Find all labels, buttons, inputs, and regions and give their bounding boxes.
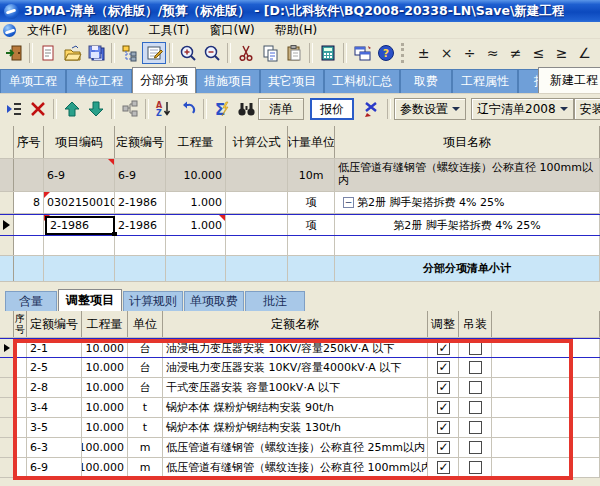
cell-qty[interactable] xyxy=(166,236,226,255)
cell-qty[interactable]: 10.000 xyxy=(82,358,128,377)
cell-name[interactable]: 第2册 脚手架搭拆费 4% 25% xyxy=(335,192,600,213)
cell-seq[interactable] xyxy=(14,236,44,255)
table-row[interactable]: 3-4 10.000 t 锅炉本体 煤粉炉钢结构安装 90t/h xyxy=(0,398,600,418)
adjust-checkbox[interactable] xyxy=(437,361,450,374)
cell-seq[interactable] xyxy=(14,339,27,357)
adjust-checkbox[interactable] xyxy=(437,342,450,355)
cell-qty[interactable]: 100.000 xyxy=(82,438,128,457)
cell-name[interactable]: 低压管道有缝钢管（螺纹连接）公称直径 100mm以内 xyxy=(335,159,600,191)
cell-unit[interactable]: t xyxy=(128,418,163,437)
cell-code[interactable]: 3-4 xyxy=(27,398,82,417)
zoom-in-button[interactable] xyxy=(176,42,200,64)
menu-view[interactable]: 视图(V) xyxy=(78,21,138,40)
tab-danxiang-gongcheng[interactable]: 单项工程 xyxy=(0,69,66,93)
cell-seq[interactable] xyxy=(14,418,27,437)
hoist-checkbox[interactable] xyxy=(469,441,482,454)
cascade-windows-button[interactable] xyxy=(350,42,374,64)
cell-qty[interactable]: 10.000 xyxy=(82,398,128,417)
cell-unit[interactable]: 台 xyxy=(128,339,163,357)
cell-seq[interactable]: 8 xyxy=(14,192,44,213)
new-button[interactable] xyxy=(36,42,60,64)
cell-adjust[interactable] xyxy=(428,438,459,457)
cell-formula[interactable] xyxy=(226,159,288,191)
header-seq[interactable]: 序号 xyxy=(14,311,27,337)
cell-name[interactable]: 油浸电力变压器安装 10KV/容量4000kV·A 以下 xyxy=(163,358,428,377)
table-row[interactable]: 2-5 10.000 台 油浸电力变压器安装 10KV/容量4000kV·A 以… xyxy=(0,358,600,378)
sum-button[interactable]: Σ xyxy=(210,98,234,120)
math-notequal-button[interactable]: ≠ xyxy=(504,42,527,64)
cell-seq[interactable] xyxy=(14,398,27,417)
tab-danxiang-qufei[interactable]: 单项取费 xyxy=(184,291,244,311)
cell-qty[interactable]: 1.000 xyxy=(166,215,226,235)
delete-row-button[interactable] xyxy=(26,98,50,120)
tab-cuoshi-xiangmu[interactable]: 措施项目 xyxy=(196,69,260,93)
empty-table-row[interactable] xyxy=(0,236,600,256)
cell-unit[interactable]: m xyxy=(128,458,163,477)
insert-row-button[interactable] xyxy=(2,98,26,120)
cell-name[interactable]: 第2册 脚手架搭拆费 4% 25% xyxy=(335,215,600,235)
tab-new-project-window[interactable]: 新建工程 xyxy=(538,67,600,93)
adjust-checkbox[interactable] xyxy=(437,461,450,474)
menu-file[interactable]: 文件(F) xyxy=(18,21,76,40)
sort-button[interactable]: AZ xyxy=(152,98,176,120)
tab-pizhu[interactable]: 批注 xyxy=(245,291,305,311)
cut-button[interactable] xyxy=(234,42,258,64)
cell-qty[interactable]: 10.000 xyxy=(82,378,128,397)
cell-unit[interactable]: t xyxy=(128,398,163,417)
math-plusminus-button[interactable]: ± xyxy=(412,42,435,64)
cell-hoist[interactable] xyxy=(459,339,492,357)
math-greaterequal-button[interactable]: ≥ xyxy=(550,42,573,64)
cell-seq[interactable] xyxy=(14,378,27,397)
tab-danwei-gongcheng[interactable]: 单位工程 xyxy=(66,69,132,93)
hoist-checkbox[interactable] xyxy=(469,361,482,374)
find-button[interactable] xyxy=(234,98,258,120)
cell-adjust[interactable] xyxy=(428,398,459,417)
cell-code[interactable]: 6-9 xyxy=(27,458,82,477)
adjust-checkbox[interactable] xyxy=(437,441,450,454)
menu-tools[interactable]: 工具(T) xyxy=(140,21,199,40)
cell-seq[interactable] xyxy=(14,458,27,477)
cell-hoist[interactable] xyxy=(459,458,492,477)
cell-hoist[interactable] xyxy=(459,438,492,457)
cell-code[interactable]: 030215001005 xyxy=(44,192,115,213)
cell-unit[interactable]: 台 xyxy=(128,378,163,397)
collapse-minus-icon[interactable] xyxy=(343,197,354,208)
cell-formula[interactable] xyxy=(226,192,288,213)
cell-code[interactable]: 2-5 xyxy=(27,358,82,377)
cell-unit[interactable]: 台 xyxy=(128,358,163,377)
math-divide-button[interactable]: ÷ xyxy=(458,42,481,64)
cell-name[interactable]: 锅炉本体 煤粉炉钢结构安装 130t/h xyxy=(163,418,428,437)
cell-formula[interactable] xyxy=(226,236,288,255)
cell-seq[interactable] xyxy=(14,215,44,235)
header-name[interactable]: 定额名称 xyxy=(163,311,428,337)
cell-qty[interactable]: 10.000 xyxy=(82,418,128,437)
cell-quota[interactable]: 2-1986 xyxy=(115,192,166,213)
form-edit-button[interactable] xyxy=(142,42,166,64)
cell-quota[interactable] xyxy=(115,236,166,255)
cell-hoist[interactable] xyxy=(459,378,492,397)
tab-qita-xiangmu[interactable]: 其它项目 xyxy=(260,69,324,93)
cell-name[interactable]: 锅炉本体 煤粉炉钢结构安装 90t/h xyxy=(163,398,428,417)
help-button[interactable]: ? xyxy=(374,42,398,64)
close-quote-button[interactable] xyxy=(360,98,384,120)
hoist-checkbox[interactable] xyxy=(469,342,482,355)
table-row[interactable]: 2-8 10.000 台 干式变压器安装 容量100kV·A 以下 xyxy=(0,378,600,398)
zoom-out-button[interactable] xyxy=(200,42,224,64)
cell-code[interactable]: 6-3 xyxy=(27,438,82,457)
copy-button[interactable] xyxy=(258,42,282,64)
tab-hanliang[interactable]: 含量 xyxy=(5,291,57,311)
cell-seq[interactable] xyxy=(14,438,27,457)
math-angle-button[interactable]: ∠ xyxy=(573,42,596,64)
cell-adjust[interactable] xyxy=(428,339,459,357)
header-unit[interactable]: 单位 xyxy=(128,311,163,337)
volume-select-dropdown[interactable]: 安装分册 xyxy=(574,98,600,120)
cell-name[interactable]: 低压管道有缝钢管（螺纹连接）公称直径 100mm以内 xyxy=(163,458,428,477)
table-row[interactable]: 8 030215001005 2-1986 1.000 项 第2册 脚手架搭拆费… xyxy=(0,192,600,214)
tab-gongcheng-shuxing[interactable]: 工程属性 xyxy=(452,69,518,93)
tab-fenbu-fenxiang[interactable]: 分部分项 xyxy=(132,67,196,93)
cell-adjust[interactable] xyxy=(428,418,459,437)
cell-code[interactable]: 2-1 xyxy=(27,339,82,357)
save-button[interactable] xyxy=(84,42,108,64)
menu-window[interactable]: 窗口(W) xyxy=(201,21,264,40)
cell-hoist[interactable] xyxy=(459,418,492,437)
